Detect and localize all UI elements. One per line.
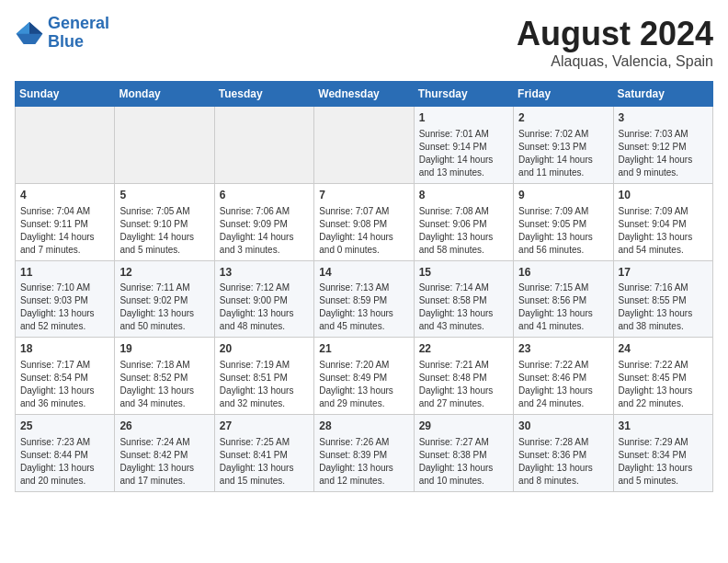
- day-info: Sunrise: 7:29 AM Sunset: 8:34 PM Dayligh…: [619, 436, 708, 488]
- calendar-cell: 25Sunrise: 7:23 AM Sunset: 8:44 PM Dayli…: [16, 415, 115, 492]
- weekday-header: Wednesday: [314, 82, 414, 107]
- calendar-week-row: 4Sunrise: 7:04 AM Sunset: 9:11 PM Daylig…: [16, 183, 713, 260]
- day-info: Sunrise: 7:26 AM Sunset: 8:39 PM Dayligh…: [319, 436, 408, 488]
- day-info: Sunrise: 7:23 AM Sunset: 8:44 PM Dayligh…: [20, 436, 109, 488]
- day-number: 26: [119, 419, 209, 434]
- day-info: Sunrise: 7:02 AM Sunset: 9:13 PM Dayligh…: [518, 128, 608, 179]
- day-info: Sunrise: 7:16 AM Sunset: 8:55 PM Dayligh…: [619, 282, 708, 333]
- logo: General Blue: [15, 15, 109, 52]
- page-header: General Blue August 2024 Alaquas, Valenc…: [15, 15, 713, 70]
- day-info: Sunrise: 7:22 AM Sunset: 8:45 PM Dayligh…: [619, 359, 708, 410]
- weekday-header: Saturday: [613, 82, 712, 107]
- day-info: Sunrise: 7:27 AM Sunset: 8:38 PM Dayligh…: [419, 436, 508, 488]
- day-info: Sunrise: 7:19 AM Sunset: 8:51 PM Dayligh…: [220, 359, 309, 410]
- calendar-cell: 23Sunrise: 7:22 AM Sunset: 8:46 PM Dayli…: [514, 338, 613, 415]
- calendar-cell: 15Sunrise: 7:14 AM Sunset: 8:58 PM Dayli…: [414, 260, 513, 338]
- calendar-cell: 10Sunrise: 7:09 AM Sunset: 9:04 PM Dayli…: [613, 183, 712, 260]
- calendar-week-row: 18Sunrise: 7:17 AM Sunset: 8:54 PM Dayli…: [16, 338, 713, 415]
- calendar-cell: 22Sunrise: 7:21 AM Sunset: 8:48 PM Dayli…: [414, 338, 513, 415]
- day-info: Sunrise: 7:22 AM Sunset: 8:46 PM Dayligh…: [518, 359, 608, 410]
- day-number: 30: [518, 419, 608, 434]
- day-info: Sunrise: 7:01 AM Sunset: 9:14 PM Dayligh…: [419, 128, 508, 179]
- day-info: Sunrise: 7:25 AM Sunset: 8:41 PM Dayligh…: [220, 436, 309, 488]
- calendar-cell: [16, 107, 115, 184]
- day-number: 20: [220, 341, 309, 357]
- logo-text: General Blue: [48, 15, 109, 52]
- day-number: 16: [518, 265, 608, 281]
- calendar-cell: 26Sunrise: 7:24 AM Sunset: 8:42 PM Dayli…: [115, 415, 214, 492]
- day-number: 17: [619, 265, 708, 281]
- calendar-cell: 3Sunrise: 7:03 AM Sunset: 9:12 PM Daylig…: [613, 107, 712, 184]
- day-number: 31: [619, 419, 708, 434]
- day-info: Sunrise: 7:06 AM Sunset: 9:09 PM Dayligh…: [220, 205, 309, 257]
- calendar-cell: 2Sunrise: 7:02 AM Sunset: 9:13 PM Daylig…: [514, 107, 613, 184]
- day-number: 21: [319, 341, 408, 357]
- calendar-cell: 20Sunrise: 7:19 AM Sunset: 8:51 PM Dayli…: [214, 338, 313, 415]
- svg-marker-2: [17, 22, 29, 34]
- calendar-cell: 11Sunrise: 7:10 AM Sunset: 9:03 PM Dayli…: [16, 260, 115, 338]
- calendar-week-row: 1Sunrise: 7:01 AM Sunset: 9:14 PM Daylig…: [16, 107, 713, 184]
- calendar-cell: 9Sunrise: 7:09 AM Sunset: 9:05 PM Daylig…: [514, 183, 613, 260]
- calendar-cell: 31Sunrise: 7:29 AM Sunset: 8:34 PM Dayli…: [613, 415, 712, 492]
- weekday-header: Thursday: [414, 82, 513, 107]
- day-info: Sunrise: 7:05 AM Sunset: 9:10 PM Dayligh…: [119, 205, 209, 257]
- day-info: Sunrise: 7:28 AM Sunset: 8:36 PM Dayligh…: [518, 436, 608, 488]
- calendar-cell: 19Sunrise: 7:18 AM Sunset: 8:52 PM Dayli…: [115, 338, 214, 415]
- calendar-cell: [314, 107, 414, 184]
- day-number: 29: [419, 419, 508, 434]
- day-info: Sunrise: 7:14 AM Sunset: 8:58 PM Dayligh…: [419, 282, 508, 333]
- calendar-cell: 7Sunrise: 7:07 AM Sunset: 9:08 PM Daylig…: [314, 183, 414, 260]
- calendar-cell: 30Sunrise: 7:28 AM Sunset: 8:36 PM Dayli…: [514, 415, 613, 492]
- day-info: Sunrise: 7:17 AM Sunset: 8:54 PM Dayligh…: [20, 359, 109, 410]
- day-number: 12: [119, 265, 209, 281]
- day-info: Sunrise: 7:20 AM Sunset: 8:49 PM Dayligh…: [319, 359, 408, 410]
- calendar-cell: 24Sunrise: 7:22 AM Sunset: 8:45 PM Dayli…: [613, 338, 712, 415]
- calendar-cell: 18Sunrise: 7:17 AM Sunset: 8:54 PM Dayli…: [16, 338, 115, 415]
- calendar-cell: 13Sunrise: 7:12 AM Sunset: 9:00 PM Dayli…: [214, 260, 313, 338]
- day-number: 23: [518, 341, 608, 357]
- weekday-header-row: SundayMondayTuesdayWednesdayThursdayFrid…: [16, 82, 713, 107]
- calendar-cell: 17Sunrise: 7:16 AM Sunset: 8:55 PM Dayli…: [613, 260, 712, 338]
- calendar-table: SundayMondayTuesdayWednesdayThursdayFrid…: [15, 81, 713, 492]
- calendar-cell: [115, 107, 214, 184]
- day-number: 28: [319, 419, 408, 434]
- day-number: 7: [319, 188, 408, 203]
- weekday-header: Friday: [514, 82, 613, 107]
- calendar-cell: 16Sunrise: 7:15 AM Sunset: 8:56 PM Dayli…: [514, 260, 613, 338]
- day-number: 8: [419, 188, 508, 203]
- calendar-cell: 12Sunrise: 7:11 AM Sunset: 9:02 PM Dayli…: [115, 260, 214, 338]
- page-subtitle: Alaquas, Valencia, Spain: [517, 53, 713, 70]
- weekday-header: Tuesday: [214, 82, 313, 107]
- calendar-cell: 5Sunrise: 7:05 AM Sunset: 9:10 PM Daylig…: [115, 183, 214, 260]
- day-info: Sunrise: 7:13 AM Sunset: 8:59 PM Dayligh…: [319, 282, 408, 333]
- title-block: August 2024 Alaquas, Valencia, Spain: [517, 15, 713, 70]
- day-info: Sunrise: 7:11 AM Sunset: 9:02 PM Dayligh…: [119, 282, 209, 333]
- day-number: 18: [20, 341, 109, 357]
- calendar-cell: 21Sunrise: 7:20 AM Sunset: 8:49 PM Dayli…: [314, 338, 414, 415]
- day-info: Sunrise: 7:08 AM Sunset: 9:06 PM Dayligh…: [419, 205, 508, 257]
- calendar-week-row: 11Sunrise: 7:10 AM Sunset: 9:03 PM Dayli…: [16, 260, 713, 338]
- day-number: 13: [220, 265, 309, 281]
- day-info: Sunrise: 7:18 AM Sunset: 8:52 PM Dayligh…: [119, 359, 209, 410]
- day-number: 14: [319, 265, 408, 281]
- day-number: 9: [518, 188, 608, 203]
- day-number: 4: [20, 188, 109, 203]
- day-number: 27: [220, 419, 309, 434]
- svg-marker-1: [29, 22, 42, 34]
- day-info: Sunrise: 7:04 AM Sunset: 9:11 PM Dayligh…: [20, 205, 109, 257]
- day-info: Sunrise: 7:07 AM Sunset: 9:08 PM Dayligh…: [319, 205, 408, 257]
- logo-icon: [15, 20, 44, 46]
- calendar-cell: 28Sunrise: 7:26 AM Sunset: 8:39 PM Dayli…: [314, 415, 414, 492]
- day-info: Sunrise: 7:15 AM Sunset: 8:56 PM Dayligh…: [518, 282, 608, 333]
- day-number: 10: [619, 188, 708, 203]
- calendar-cell: 4Sunrise: 7:04 AM Sunset: 9:11 PM Daylig…: [16, 183, 115, 260]
- page-title: August 2024: [517, 15, 713, 53]
- day-number: 3: [619, 110, 708, 126]
- calendar-cell: 6Sunrise: 7:06 AM Sunset: 9:09 PM Daylig…: [214, 183, 313, 260]
- day-number: 22: [419, 341, 508, 357]
- day-info: Sunrise: 7:12 AM Sunset: 9:00 PM Dayligh…: [220, 282, 309, 333]
- day-number: 11: [20, 265, 109, 281]
- day-info: Sunrise: 7:03 AM Sunset: 9:12 PM Dayligh…: [619, 128, 708, 179]
- calendar-cell: [214, 107, 313, 184]
- calendar-cell: 29Sunrise: 7:27 AM Sunset: 8:38 PM Dayli…: [414, 415, 513, 492]
